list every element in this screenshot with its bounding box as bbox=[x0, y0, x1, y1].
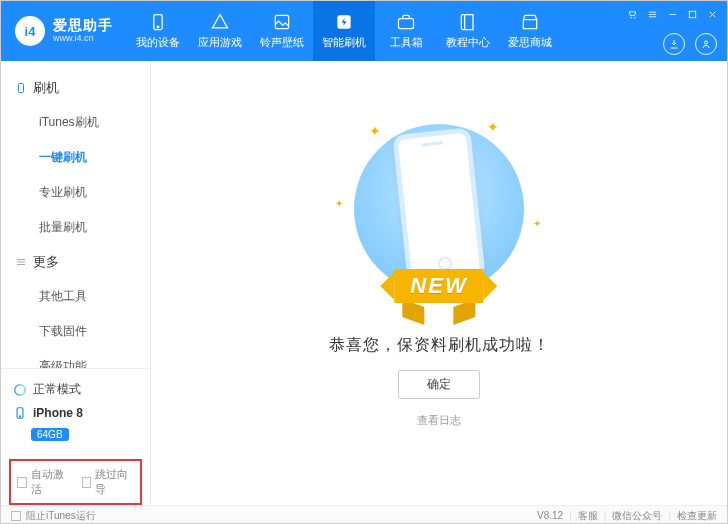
sidebar-cat-label: 更多 bbox=[33, 253, 59, 271]
status-label: 阻止iTunes运行 bbox=[26, 509, 96, 523]
sidebar-cat-flash[interactable]: 刷机 bbox=[1, 71, 150, 105]
svg-point-1 bbox=[157, 26, 159, 28]
logo-badge: i4 bbox=[15, 16, 45, 46]
menu-icon[interactable] bbox=[645, 7, 659, 21]
nav-label: 工具箱 bbox=[390, 35, 423, 50]
support-link[interactable]: 客服 bbox=[578, 509, 598, 523]
ribbon-new: NEW bbox=[394, 269, 483, 303]
wechat-link[interactable]: 微信公众号 bbox=[612, 509, 662, 523]
top-nav: 我的设备 应用游戏 铃声壁纸 智能刷机 工具箱 教程中心 爱思商城 bbox=[127, 1, 561, 61]
phone-outline-icon bbox=[15, 82, 27, 94]
flash-icon bbox=[334, 12, 354, 32]
user-button[interactable] bbox=[695, 33, 717, 55]
nav-apps[interactable]: 应用游戏 bbox=[189, 1, 251, 61]
svg-rect-4 bbox=[399, 19, 414, 29]
book-icon bbox=[458, 12, 478, 32]
main-content: NEW ✦ ✦ ✦ ✦ 恭喜您，保资料刷机成功啦！ 确定 查看日志 bbox=[151, 61, 727, 505]
nav-label: 应用游戏 bbox=[198, 35, 242, 50]
minimize-icon[interactable] bbox=[665, 7, 679, 21]
nav-flash[interactable]: 智能刷机 bbox=[313, 1, 375, 61]
success-message: 恭喜您，保资料刷机成功啦！ bbox=[329, 335, 550, 356]
nav-label: 智能刷机 bbox=[322, 35, 366, 50]
sidebar-cat-label: 刷机 bbox=[33, 79, 59, 97]
svg-point-6 bbox=[634, 17, 635, 18]
nav-ringtones[interactable]: 铃声壁纸 bbox=[251, 1, 313, 61]
view-log-link[interactable]: 查看日志 bbox=[417, 413, 461, 428]
nav-label: 铃声壁纸 bbox=[260, 35, 304, 50]
nav-my-device[interactable]: 我的设备 bbox=[127, 1, 189, 61]
cart-icon[interactable] bbox=[625, 7, 639, 21]
sparkle-icon: ✦ bbox=[533, 218, 541, 229]
wallpaper-icon bbox=[272, 12, 292, 32]
nav-tutorials[interactable]: 教程中心 bbox=[437, 1, 499, 61]
toolbox-icon bbox=[396, 12, 416, 32]
app-url: www.i4.cn bbox=[53, 34, 113, 44]
nav-toolbox[interactable]: 工具箱 bbox=[375, 1, 437, 61]
svg-point-12 bbox=[19, 416, 20, 417]
sidebar-item-download-firmware[interactable]: 下载固件 bbox=[1, 314, 150, 349]
svg-point-8 bbox=[705, 41, 708, 44]
version-label: V8.12 bbox=[537, 510, 563, 521]
sidebar: 刷机 iTunes刷机 一键刷机 专业刷机 批量刷机 更多 其他工具 下载固件 … bbox=[1, 61, 151, 505]
mode-label: 正常模式 bbox=[33, 381, 81, 398]
checkbox-block-itunes[interactable]: 阻止iTunes运行 bbox=[11, 509, 96, 523]
svg-rect-7 bbox=[689, 11, 695, 17]
sidebar-item-itunes-flash[interactable]: iTunes刷机 bbox=[1, 105, 150, 140]
apps-icon bbox=[210, 12, 230, 32]
flash-options: 自动激活 跳过向导 bbox=[9, 459, 142, 505]
nav-label: 爱思商城 bbox=[508, 35, 552, 50]
svg-rect-9 bbox=[19, 84, 24, 93]
nav-label: 教程中心 bbox=[446, 35, 490, 50]
maximize-icon[interactable] bbox=[685, 7, 699, 21]
check-update-link[interactable]: 检查更新 bbox=[677, 509, 717, 523]
sidebar-item-pro-flash[interactable]: 专业刷机 bbox=[1, 175, 150, 210]
sparkle-icon: ✦ bbox=[369, 123, 381, 139]
opt-label: 自动激活 bbox=[31, 467, 70, 497]
svg-point-5 bbox=[630, 17, 631, 18]
sparkle-icon: ✦ bbox=[487, 119, 499, 135]
nav-label: 我的设备 bbox=[136, 35, 180, 50]
success-hero: NEW ✦ ✦ ✦ ✦ bbox=[329, 119, 549, 299]
app-logo: i4 爱思助手 www.i4.cn bbox=[1, 16, 127, 46]
sidebar-item-advanced[interactable]: 高级功能 bbox=[1, 349, 150, 368]
sidebar-cat-more[interactable]: 更多 bbox=[1, 245, 150, 279]
checkbox-skip-setup[interactable]: 跳过向导 bbox=[82, 467, 135, 497]
download-button[interactable] bbox=[663, 33, 685, 55]
device-info[interactable]: iPhone 8 64GB bbox=[11, 402, 140, 445]
close-icon[interactable] bbox=[705, 7, 719, 21]
status-bar: 阻止iTunes运行 V8.12 | 客服 | 微信公众号 | 检查更新 bbox=[1, 505, 727, 524]
opt-label: 跳过向导 bbox=[95, 467, 134, 497]
confirm-button[interactable]: 确定 bbox=[398, 370, 480, 399]
sidebar-item-one-click-flash[interactable]: 一键刷机 bbox=[1, 140, 150, 175]
device-name: iPhone 8 bbox=[33, 406, 83, 420]
store-icon bbox=[520, 12, 540, 32]
sidebar-item-batch-flash[interactable]: 批量刷机 bbox=[1, 210, 150, 245]
more-icon bbox=[15, 256, 27, 268]
device-mode[interactable]: 正常模式 bbox=[11, 377, 140, 402]
app-title: 爱思助手 bbox=[53, 18, 113, 33]
checkbox-auto-activate[interactable]: 自动激活 bbox=[17, 467, 70, 497]
sparkle-icon: ✦ bbox=[335, 198, 343, 209]
nav-store[interactable]: 爱思商城 bbox=[499, 1, 561, 61]
phone-icon bbox=[148, 12, 168, 32]
storage-badge: 64GB bbox=[31, 428, 69, 441]
sidebar-item-other-tools[interactable]: 其他工具 bbox=[1, 279, 150, 314]
